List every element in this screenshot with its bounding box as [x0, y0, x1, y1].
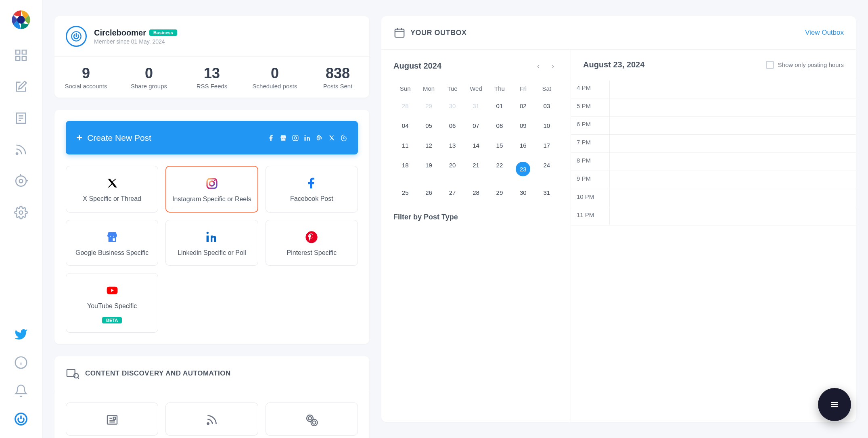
calendar-day[interactable]: 16 [511, 136, 535, 155]
calendar-day[interactable]: 03 [535, 96, 558, 116]
nav-auto-icon[interactable] [14, 174, 28, 188]
nav-bell-icon[interactable] [14, 384, 28, 398]
calendar-day[interactable]: 21 [464, 155, 487, 183]
calendar-day[interactable]: 29 [488, 183, 511, 202]
calendar-day[interactable]: 05 [417, 116, 440, 136]
calendar-day[interactable]: 28 [393, 96, 417, 116]
post-type-youtube[interactable]: YouTube Specific BETA [66, 273, 158, 333]
calendar-day[interactable]: 07 [464, 116, 487, 136]
calendar-day[interactable]: 30 [441, 96, 464, 116]
article-icon [106, 413, 119, 426]
discovery-rss[interactable] [165, 403, 258, 436]
nav-settings-icon[interactable] [14, 206, 28, 219]
show-posting-toggle[interactable]: Show only posting hours [766, 61, 844, 69]
post-type-pinterest[interactable]: Pinterest Specific [266, 220, 358, 266]
beta-badge: BETA [102, 317, 122, 323]
calendar-day[interactable]: 28 [464, 183, 487, 202]
time-row: 9 PM [571, 171, 856, 189]
time-slot[interactable] [610, 171, 856, 189]
nav-info-icon[interactable] [14, 356, 28, 369]
post-type-linkedin[interactable]: Linkedin Specific or Poll [165, 220, 258, 266]
linkedin-icon [304, 134, 311, 142]
nav-power-icon[interactable] [14, 412, 28, 426]
post-type-facebook[interactable]: Facebook Post [266, 166, 358, 213]
calendar-day[interactable]: 06 [441, 116, 464, 136]
time-label: 4 PM [571, 80, 610, 98]
nav-compose-icon[interactable] [14, 80, 28, 94]
calendar-day[interactable]: 17 [535, 136, 558, 155]
x-icon [106, 177, 119, 190]
time-grid: 4 PM5 PM6 PM7 PM8 PM9 PM10 PM11 PM [571, 80, 856, 225]
calendar-day[interactable]: 15 [488, 136, 511, 155]
calendar-day[interactable]: 11 [393, 136, 417, 155]
app-logo[interactable] [8, 7, 33, 32]
nav-twitter-icon[interactable] [14, 327, 28, 341]
svg-rect-21 [305, 137, 306, 140]
calendar-dow: Fri [511, 81, 535, 96]
threads-icon [340, 134, 347, 142]
calendar-day[interactable]: 01 [488, 96, 511, 116]
calendar-day[interactable]: 22 [488, 155, 511, 183]
discovery-settings[interactable] [266, 403, 358, 436]
create-new-post-button[interactable]: + Create New Post [66, 121, 358, 154]
time-label: 7 PM [571, 135, 610, 152]
time-slot[interactable] [610, 98, 856, 116]
calendar-day[interactable]: 27 [441, 183, 464, 202]
time-slot[interactable] [610, 153, 856, 171]
instagram-icon [292, 134, 299, 142]
calendar-day[interactable]: 31 [535, 183, 558, 202]
time-slot[interactable] [610, 207, 856, 225]
profile-avatar [66, 26, 87, 47]
calendar-day[interactable]: 23 [511, 155, 535, 183]
time-slot[interactable] [610, 117, 856, 134]
svg-point-24 [209, 181, 214, 186]
post-type-google[interactable]: Google Business Specific [66, 220, 158, 266]
discovery-articles[interactable] [66, 403, 158, 436]
calendar-day[interactable]: 09 [511, 116, 535, 136]
calendar-day[interactable]: 12 [417, 136, 440, 155]
stat-label: RSS Feeds [184, 83, 240, 90]
svg-point-20 [297, 136, 298, 136]
nav-rss-icon[interactable] [14, 143, 28, 156]
post-type-label: Google Business Specific [75, 249, 149, 257]
calendar-day[interactable]: 02 [511, 96, 535, 116]
time-slot[interactable] [610, 189, 856, 207]
calendar-day[interactable]: 20 [441, 155, 464, 183]
time-slot[interactable] [610, 80, 856, 98]
discovery-title: CONTENT DISCOVERY AND AUTOMATION [85, 369, 231, 378]
stat-value: 9 [58, 65, 114, 82]
calendar-day[interactable]: 25 [393, 183, 417, 202]
calendar-day[interactable]: 30 [511, 183, 535, 202]
stat-label: Share groups [121, 83, 177, 90]
time-row: 6 PM [571, 117, 856, 135]
post-type-instagram[interactable]: Instagram Specific or Reels [165, 166, 258, 213]
calendar-day[interactable]: 29 [417, 96, 440, 116]
post-type-x[interactable]: X Specific or Thread [66, 166, 158, 213]
nav-content-icon[interactable] [14, 111, 28, 125]
calendar-prev-button[interactable]: ‹ [533, 60, 544, 71]
calendar-day[interactable]: 13 [441, 136, 464, 155]
calendar-day[interactable]: 08 [488, 116, 511, 136]
calendar-day[interactable]: 24 [535, 155, 558, 183]
svg-point-25 [214, 180, 215, 181]
calendar-day[interactable]: 26 [417, 183, 440, 202]
calendar-day[interactable]: 18 [393, 155, 417, 183]
calendar-dow: Tue [441, 81, 464, 96]
filter-title: Filter by Post Type [393, 213, 558, 221]
calendar-next-button[interactable]: › [547, 60, 558, 71]
calendar-day[interactable]: 19 [417, 155, 440, 183]
schedule-panel: August 23, 2024 Show only posting hours … [571, 50, 856, 422]
help-fab-button[interactable] [818, 388, 851, 421]
time-slot[interactable] [610, 135, 856, 152]
time-label: 8 PM [571, 153, 610, 171]
svg-point-41 [308, 417, 312, 420]
calendar-day[interactable]: 31 [464, 96, 487, 116]
calendar-day[interactable]: 14 [464, 136, 487, 155]
svg-point-33 [74, 373, 78, 378]
nav-dashboard-icon[interactable] [14, 48, 28, 62]
calendar-day[interactable]: 10 [535, 116, 558, 136]
time-row: 10 PM [571, 189, 856, 207]
svg-point-40 [207, 423, 209, 424]
view-outbox-link[interactable]: View Outbox [805, 29, 844, 37]
calendar-day[interactable]: 04 [393, 116, 417, 136]
